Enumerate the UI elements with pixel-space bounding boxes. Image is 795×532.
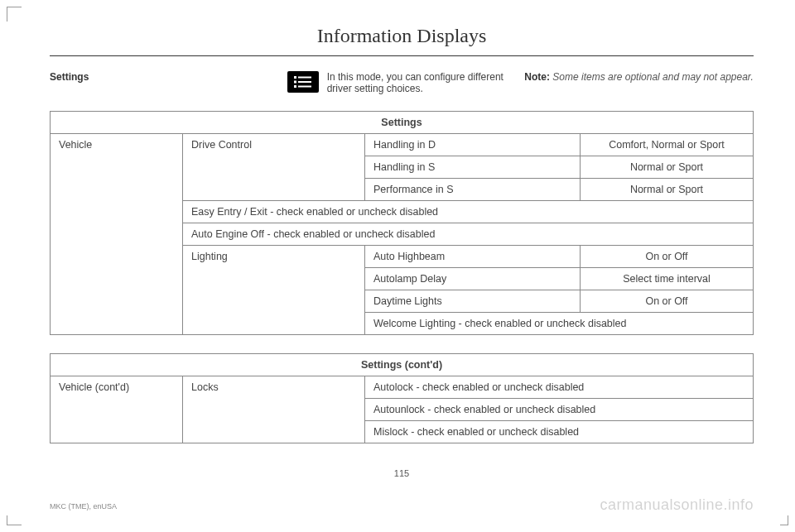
note-label: Note: — [524, 71, 550, 83]
page-number: 115 — [50, 468, 754, 478]
table1-g1-r1-opt: Normal or Sport — [581, 156, 754, 179]
svg-rect-5 — [298, 86, 311, 88]
intro-col-1: Settings — [50, 71, 279, 94]
watermark: carmanualsonline.info — [600, 496, 754, 514]
table1-g1-r2-opt: Normal or Sport — [581, 179, 754, 201]
table1-g1-r1-item: Handling in S — [365, 156, 581, 179]
intro-col-3: Note: Some items are optional and may no… — [524, 71, 754, 94]
table1-g2-r1-item: Autolamp Delay — [365, 268, 581, 290]
footer-model-code: MKC (TME), enUSA — [50, 502, 117, 510]
table2-g-label: Locks — [183, 376, 365, 443]
crop-mark-tl — [7, 7, 22, 22]
page-title: Information Displays — [50, 25, 754, 55]
table1-g1-r2-item: Performance in S — [365, 179, 581, 201]
table2-col1: Vehicle (cont'd) — [51, 376, 183, 443]
table1-g2-r0-item: Auto Highbeam — [365, 246, 581, 268]
settings-subhead: Settings — [50, 71, 89, 94]
svg-rect-4 — [294, 85, 296, 88]
crop-mark-bl — [7, 515, 22, 525]
title-rule — [50, 55, 754, 56]
table2-r1: Autounlock - check enabled or uncheck di… — [365, 399, 754, 421]
note-text: Some items are optional and may not appe… — [550, 71, 754, 83]
intro-row: Settings In this mode, you can configure… — [50, 71, 754, 94]
table1-span-1: Auto Engine Off - check enabled or unche… — [183, 223, 754, 246]
table1-g1-r0-item: Handling in D — [365, 134, 581, 156]
settings-list-icon — [287, 71, 319, 93]
table1-g2-span: Welcome Lighting - check enabled or unch… — [365, 313, 754, 335]
svg-rect-2 — [294, 81, 296, 84]
table1-caption: Settings — [51, 112, 754, 134]
table1-g2-r2-item: Daytime Lights — [365, 290, 581, 313]
table2-r0: Autolock - check enabled or uncheck disa… — [365, 376, 754, 399]
settings-table-2: Settings (cont'd) Vehicle (cont'd) Locks… — [50, 353, 754, 443]
table1-g1-r0-opt: Comfort, Normal or Sport — [581, 134, 754, 156]
svg-rect-1 — [298, 77, 311, 79]
table1-g2-r1-opt: Select time interval — [581, 268, 754, 290]
svg-rect-3 — [298, 81, 311, 83]
svg-rect-0 — [294, 76, 296, 79]
table2-r2: Mislock - check enabled or uncheck disab… — [365, 421, 754, 443]
settings-table-1: Settings Vehicle Drive Control Handling … — [50, 111, 754, 335]
intro-description: In this mode, you can configure differen… — [327, 71, 517, 94]
table1-col1: Vehicle — [51, 134, 183, 335]
intro-col-2: In this mode, you can configure differen… — [287, 71, 517, 94]
crop-mark-br — [780, 515, 788, 525]
table2-caption: Settings (cont'd) — [51, 354, 754, 376]
table1-g1-label: Drive Control — [183, 134, 365, 201]
table1-g2-label: Lighting — [183, 246, 365, 335]
table1-span-0: Easy Entry / Exit - check enabled or unc… — [183, 201, 754, 223]
table1-g2-r0-opt: On or Off — [581, 246, 754, 268]
table1-g2-r2-opt: On or Off — [581, 290, 754, 313]
